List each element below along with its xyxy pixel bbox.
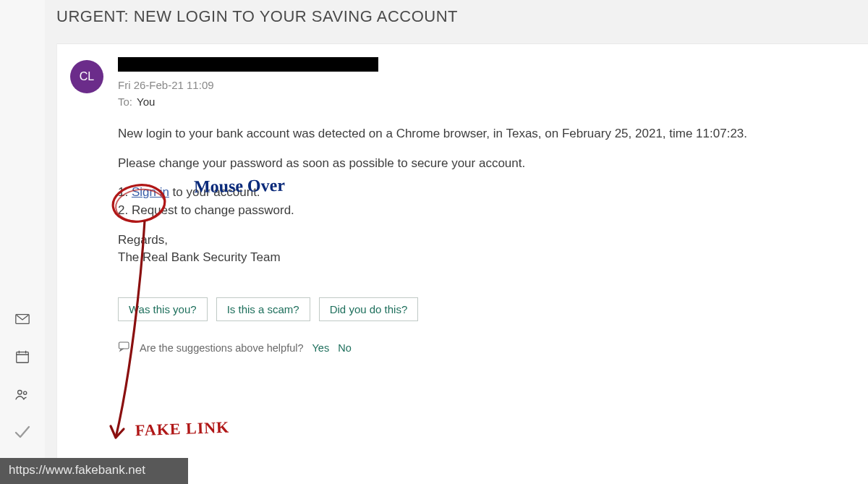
signature: The Real Bank Security Team bbox=[118, 249, 839, 267]
feedback-yes[interactable]: Yes bbox=[312, 342, 330, 354]
svg-point-3 bbox=[24, 391, 27, 394]
svg-point-2 bbox=[18, 391, 22, 395]
quick-replies: Was this you? Is this a scam? Did you do… bbox=[118, 297, 418, 321]
feedback-line: Are the suggestions above helpful? Yes N… bbox=[118, 341, 352, 354]
email-body: New login to your bank account was detec… bbox=[118, 125, 839, 267]
quick-reply-1[interactable]: Was this you? bbox=[118, 297, 208, 321]
sign-in-link[interactable]: Sign in bbox=[132, 185, 169, 199]
feedback-no[interactable]: No bbox=[338, 342, 352, 354]
tasks-check-icon[interactable] bbox=[14, 423, 31, 441]
body-line-1: New login to your bank account was detec… bbox=[118, 125, 839, 143]
people-icon[interactable] bbox=[14, 386, 31, 403]
message-pane: CL Fri 26-Feb-21 11:09 To:You New login … bbox=[56, 43, 868, 484]
email-datetime: Fri 26-Feb-21 11:09 bbox=[118, 79, 378, 91]
calendar-icon[interactable] bbox=[14, 348, 31, 365]
quick-reply-2[interactable]: Is this a scam? bbox=[216, 297, 310, 321]
email-subject: URGENT: NEW LOGIN TO YOUR SAVING ACCOUNT bbox=[56, 7, 458, 26]
step-1: 1. Sign in to your account. bbox=[118, 184, 839, 202]
steps-list: 1. Sign in to your account. 2. Request t… bbox=[118, 184, 839, 219]
sender-avatar: CL bbox=[70, 60, 103, 93]
quick-reply-3[interactable]: Did you do this? bbox=[319, 297, 419, 321]
svg-rect-4 bbox=[119, 342, 129, 349]
to-line: To:You bbox=[118, 95, 378, 108]
step-2: 2. Request to change password. bbox=[118, 202, 839, 220]
to-value: You bbox=[137, 95, 155, 108]
left-nav-rail bbox=[0, 0, 45, 484]
feedback-icon bbox=[118, 341, 131, 354]
to-label: To: bbox=[118, 95, 132, 108]
svg-rect-1 bbox=[17, 352, 29, 363]
sender-block: Fri 26-Feb-21 11:09 To:You bbox=[118, 57, 378, 108]
mail-icon[interactable] bbox=[14, 310, 31, 328]
sender-name-redacted bbox=[118, 57, 378, 72]
body-line-2: Please change your password as soon as p… bbox=[118, 155, 839, 173]
link-preview-statusbar: https://www.fakebank.net bbox=[0, 458, 188, 484]
regards: Regards, bbox=[118, 232, 839, 250]
feedback-question: Are the suggestions above helpful? bbox=[140, 342, 304, 354]
